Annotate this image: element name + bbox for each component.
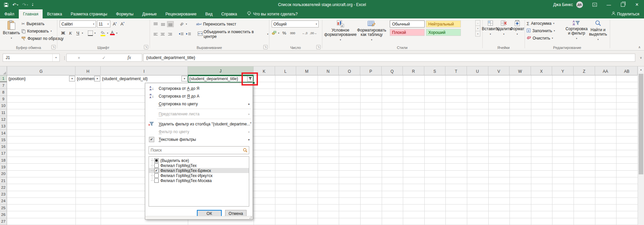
paste-button[interactable]: Вставить ▾ [3, 20, 20, 40]
font-name-combo[interactable]: Calibri▾ [60, 20, 96, 27]
chevron-down-icon[interactable]: ▾ [52, 54, 59, 61]
search-icon[interactable] [243, 148, 248, 153]
fill-color-button[interactable] [100, 30, 106, 37]
row-header-12[interactable]: 12 [0, 116, 7, 123]
column-header-V[interactable]: V [488, 66, 510, 75]
active-filter-icon[interactable] [247, 76, 253, 81]
filter-value-2[interactable]: Филиал ГорМедТех [149, 163, 249, 168]
filter-search-box[interactable] [149, 146, 249, 154]
merge-center-label[interactable]: Объединить и поместить в центре [204, 30, 266, 39]
row-header-1[interactable]: 1 [0, 75, 7, 82]
filter-dropdown-button[interactable]: ▾ [69, 76, 75, 81]
tell-me-box[interactable]: Что вы хотите сделать? [247, 9, 298, 18]
column-header-H[interactable]: H [75, 66, 101, 75]
row-header-20[interactable]: 20 [0, 171, 7, 177]
scroll-up-icon[interactable]: ▲ [638, 66, 644, 73]
style-normal[interactable]: Обычный [390, 20, 425, 27]
increase-decimal-icon[interactable]: ←,0 [302, 30, 308, 37]
tab-Разметка страницы[interactable]: Разметка страницы [66, 9, 112, 18]
column-header-X[interactable]: X [531, 66, 552, 75]
dialog-launcher-icon[interactable]: ↘ [263, 45, 268, 49]
borders-button[interactable] [87, 30, 94, 37]
percent-style-button[interactable]: % [281, 30, 288, 37]
row-header-9[interactable]: 9 [0, 96, 7, 103]
grow-font-button[interactable]: А▴ [111, 20, 118, 27]
collapse-ribbon-icon[interactable]: ∧ [638, 45, 641, 49]
column-header-N[interactable]: N [318, 66, 339, 75]
tab-Вставка[interactable]: Вставка [43, 9, 66, 18]
decrease-indent-icon[interactable] [178, 31, 184, 37]
row-header-23[interactable]: 23 [0, 191, 7, 198]
column-header-K[interactable]: K [254, 66, 275, 75]
column-header-L[interactable]: L [275, 66, 297, 75]
delete-cells-button[interactable]: Удалить ▾ [497, 20, 511, 36]
gallery-more-icon[interactable]: ▾ [475, 31, 480, 37]
dialog-launcher-icon[interactable]: ↘ [51, 45, 56, 49]
font-size-combo[interactable]: 11▾ [97, 20, 110, 27]
share-button[interactable]: Поделиться [611, 9, 644, 18]
column-header-AB[interactable]: AB [616, 66, 638, 75]
decrease-decimal-icon[interactable]: ,00→ [310, 30, 317, 37]
gallery-up-icon[interactable]: ▴ [475, 20, 480, 26]
clear-button[interactable]: Очистить▾ [527, 35, 555, 42]
column-header-P[interactable]: P [360, 66, 382, 75]
checkbox-checked[interactable] [154, 168, 159, 173]
filter-value-5[interactable]: Филиал ГорМедТех-Москва [149, 178, 249, 183]
format-as-table-button[interactable]: Форматировать как таблицу ▾ [356, 20, 387, 42]
name-box[interactable]: J1 ▾ [3, 54, 60, 62]
align-left-icon[interactable] [152, 31, 159, 37]
tab-Вид[interactable]: Вид [201, 9, 217, 18]
wrap-text-label[interactable]: Переносить текст [203, 22, 236, 26]
tab-Файл[interactable]: Файл [0, 9, 19, 18]
column-header-J[interactable]: J [188, 66, 254, 75]
row-header-24[interactable]: 24 [0, 198, 7, 205]
chevron-down-icon[interactable]: ▾ [107, 32, 108, 35]
checkbox-unchecked[interactable] [154, 178, 159, 183]
column-header-O[interactable]: O [339, 66, 360, 75]
tab-Формулы[interactable]: Формулы [112, 9, 138, 18]
row-header-10[interactable]: 10 [0, 103, 7, 109]
row-header-16[interactable]: 16 [0, 144, 7, 150]
italic-button[interactable]: К [67, 30, 74, 37]
checkbox-indeterminate[interactable] [154, 158, 159, 163]
menu-item-2[interactable]: ЯА↓Сортировка от Я до А [145, 92, 253, 100]
chevron-down-icon[interactable]: ▾ [267, 33, 268, 36]
search-input[interactable] [149, 148, 243, 153]
cell-J1[interactable]: {student_department_title} [188, 75, 254, 82]
align-middle-icon[interactable] [160, 21, 166, 27]
filter-value-4[interactable]: Филиал ГорМедТех-Иркутск [149, 173, 249, 178]
bold-button[interactable]: Ж [60, 30, 66, 37]
comma-style-button[interactable]: 000 [289, 30, 296, 37]
row-header-18[interactable]: 18 [0, 157, 7, 164]
conditional-formatting-button[interactable]: ≠ Условное форматирование ▾ [325, 20, 356, 42]
insert-cells-button[interactable]: Вставить ▾ [484, 20, 497, 36]
align-bottom-icon[interactable] [167, 21, 174, 27]
restore-button[interactable] [616, 0, 630, 9]
enter-entry-icon[interactable]: ✓ [102, 55, 106, 60]
tab-Данные[interactable]: Данные [138, 9, 161, 18]
chevron-down-icon[interactable]: ▾ [186, 23, 187, 25]
row-header-25[interactable]: 25 [0, 205, 7, 211]
row-header-13[interactable]: 13 [0, 123, 7, 130]
column-header-T[interactable]: T [445, 66, 467, 75]
select-all-button[interactable] [0, 66, 7, 75]
chevron-down-icon[interactable]: ▾ [278, 32, 279, 35]
column-header-M[interactable]: M [296, 66, 318, 75]
checkbox-unchecked[interactable] [154, 163, 159, 168]
menu-item-1[interactable]: АЯ↓Сортировка от А до Я [145, 85, 253, 92]
format-cells-button[interactable]: Формат ▾ [511, 20, 524, 36]
cell-I1[interactable]: {student_department_id}▾ [101, 75, 188, 82]
orientation-button[interactable]: ab [178, 20, 185, 27]
merge-center-icon[interactable] [198, 31, 203, 37]
column-header-Q[interactable]: Q [382, 66, 403, 75]
underline-button[interactable]: Ч [74, 30, 81, 37]
style-neutral[interactable]: Нейтральный [426, 20, 461, 27]
align-center-icon[interactable] [160, 31, 166, 37]
column-header-Y[interactable]: Y [552, 66, 574, 75]
tab-Справка[interactable]: Справка [217, 9, 241, 18]
filter-dropdown-button[interactable]: ▾ [94, 76, 100, 81]
fill-button[interactable]: Заполнить▾ [527, 27, 555, 35]
column-header-R[interactable]: R [403, 66, 424, 75]
chevron-down-icon[interactable]: ▾ [82, 32, 83, 35]
cell-H1[interactable]: {commen▾ [75, 75, 101, 82]
